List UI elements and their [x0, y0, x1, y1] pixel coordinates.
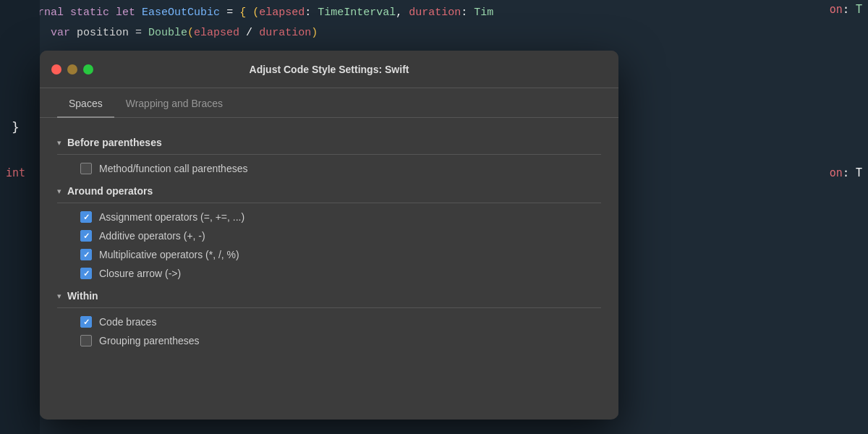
item-label-additive-operators: Additive operators (+, -): [99, 230, 205, 242]
keyword-static: static: [70, 7, 109, 19]
code-brace-left: }: [12, 119, 20, 135]
code-tim-partial: Tim: [474, 7, 493, 19]
editor-gutter: [0, 0, 40, 434]
dialog-overlay: Adjust Code Style Settings: Swift Spaces…: [40, 51, 814, 420]
traffic-lights: [51, 64, 93, 75]
section-divider-1: [57, 154, 601, 155]
code-elapsed2: elapsed: [194, 27, 239, 39]
tab-bar: Spaces Wrapping and Braces: [40, 88, 618, 118]
close-button[interactable]: [51, 64, 61, 75]
settings-dialog: Adjust Code Style Settings: Swift Spaces…: [40, 51, 618, 420]
settings-content: ▾ Before parentheses Method/function cal…: [40, 118, 618, 417]
item-code-braces: Code braces: [57, 312, 601, 331]
code-line-1: internal static let EaseOutCubic = { (el…: [0, 0, 868, 23]
code-duration: duration: [409, 7, 461, 19]
code-right-mid: on: T: [830, 166, 868, 179]
tab-spaces[interactable]: Spaces: [57, 89, 114, 118]
code-colon1: :: [305, 7, 318, 19]
code-duration2: duration: [259, 27, 311, 39]
code-identifier: EaseOutCubic: [142, 7, 220, 19]
item-grouping-parentheses: Grouping parentheses: [57, 331, 601, 350]
code-line-2: var position = Double(elapsed / duration…: [0, 23, 868, 43]
item-label-method-function-call: Method/function call parentheses: [99, 163, 247, 174]
checkbox-closure-arrow[interactable]: [80, 268, 92, 279]
item-assignment-operators: Assignment operators (=, +=, ...): [57, 208, 601, 226]
section-within-label: Within: [67, 290, 98, 302]
item-label-code-braces: Code braces: [99, 316, 156, 328]
item-additive-operators: Additive operators (+, -): [57, 226, 601, 245]
checkbox-assignment-operators[interactable]: [80, 211, 92, 223]
code-right-hint: on: T: [830, 3, 868, 16]
chevron-before-parentheses: ▾: [57, 138, 61, 148]
chevron-around-operators: ▾: [57, 187, 61, 196]
section-around-operators-label: Around operators: [67, 185, 153, 197]
checkbox-grouping-parentheses[interactable]: [80, 335, 92, 346]
code-position: position =: [77, 27, 148, 39]
code-int-keyword: int: [6, 166, 25, 179]
minimize-button[interactable]: [67, 64, 77, 75]
checkbox-additive-operators[interactable]: [80, 230, 92, 242]
code-paren2: (: [187, 27, 194, 39]
item-label-multiplicative-operators: Multiplicative operators (*, /, %): [99, 249, 239, 260]
section-within-header[interactable]: ▾ Within: [57, 283, 601, 306]
maximize-button[interactable]: [83, 64, 93, 75]
code-elapsed: elapsed: [259, 7, 305, 19]
section-before-parentheses-label: Before parentheses: [67, 137, 162, 148]
code-comma: ,: [396, 7, 409, 19]
item-label-grouping-parentheses: Grouping parentheses: [99, 335, 200, 346]
tab-wrapping-and-braces[interactable]: Wrapping and Braces: [114, 89, 234, 118]
section-divider-2: [57, 203, 601, 203]
code-paren3: ): [311, 27, 318, 39]
code-open-brace: {: [239, 7, 246, 19]
code-double-type: Double: [148, 27, 187, 39]
checkbox-multiplicative-operators[interactable]: [80, 249, 92, 260]
checkbox-method-function-call[interactable]: [80, 163, 92, 174]
kw-var: var: [51, 27, 70, 39]
section-before-parentheses-header[interactable]: ▾ Before parentheses: [57, 129, 601, 153]
dialog-title: Adjust Code Style Settings: Swift: [250, 64, 409, 75]
code-timeinterval: TimeInterval: [318, 7, 396, 19]
code-colon2: :: [461, 7, 474, 19]
item-closure-arrow: Closure arrow (->): [57, 264, 601, 283]
item-method-function-call: Method/function call parentheses: [57, 159, 601, 178]
item-label-closure-arrow: Closure arrow (->): [99, 268, 181, 279]
checkbox-code-braces[interactable]: [80, 316, 92, 328]
keyword-let: let: [116, 7, 135, 19]
code-div: /: [239, 27, 259, 39]
code-equals: =: [226, 7, 239, 19]
code-paren-open: (: [252, 7, 259, 19]
item-label-assignment-operators: Assignment operators (=, +=, ...): [99, 211, 244, 223]
chevron-within: ▾: [57, 292, 61, 301]
section-around-operators-header[interactable]: ▾ Around operators: [57, 178, 601, 201]
item-multiplicative-operators: Multiplicative operators (*, /, %): [57, 245, 601, 264]
section-divider-3: [57, 307, 601, 308]
title-bar: Adjust Code Style Settings: Swift: [40, 51, 618, 88]
